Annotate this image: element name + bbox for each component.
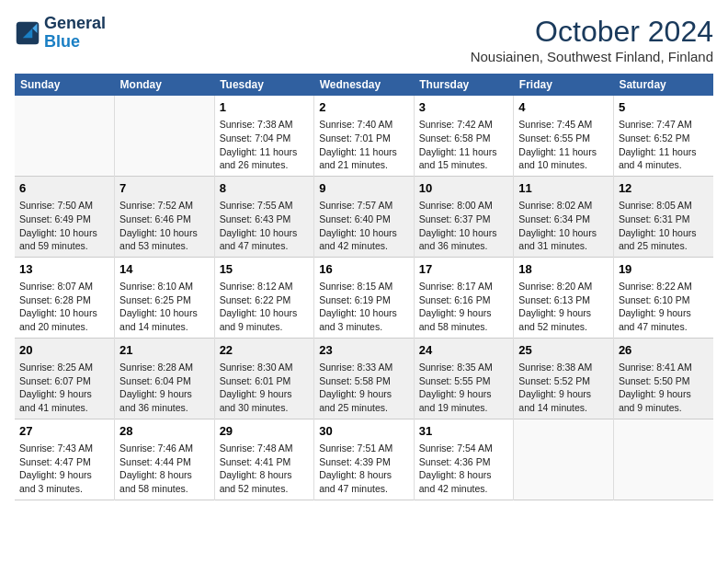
day-number: 4 xyxy=(518,99,609,116)
day-info: Sunrise: 8:28 AM Sunset: 6:04 PM Dayligh… xyxy=(119,361,210,415)
day-cell: 17Sunrise: 8:17 AM Sunset: 6:16 PM Dayli… xyxy=(414,257,514,338)
day-cell: 7Sunrise: 7:52 AM Sunset: 6:46 PM Daylig… xyxy=(115,176,215,257)
calendar-table: SundayMondayTuesdayWednesdayThursdayFrid… xyxy=(15,74,713,500)
header-row: SundayMondayTuesdayWednesdayThursdayFrid… xyxy=(15,74,713,96)
day-number: 19 xyxy=(619,261,709,278)
day-number: 2 xyxy=(319,99,409,116)
day-number: 23 xyxy=(319,342,409,359)
day-info: Sunrise: 8:00 AM Sunset: 6:37 PM Dayligh… xyxy=(419,199,509,253)
day-number: 15 xyxy=(220,261,310,278)
header-day-wednesday: Wednesday xyxy=(314,74,415,96)
day-number: 20 xyxy=(19,342,109,359)
day-cell: 18Sunrise: 8:20 AM Sunset: 6:13 PM Dayli… xyxy=(514,257,614,338)
day-number: 17 xyxy=(419,261,509,278)
day-number: 26 xyxy=(619,342,709,359)
day-info: Sunrise: 8:10 AM Sunset: 6:25 PM Dayligh… xyxy=(119,280,210,334)
day-number: 1 xyxy=(220,99,310,116)
day-cell xyxy=(514,419,614,500)
day-number: 11 xyxy=(518,180,609,197)
day-cell: 3Sunrise: 7:42 AM Sunset: 6:58 PM Daylig… xyxy=(414,96,514,176)
week-row-3: 13Sunrise: 8:07 AM Sunset: 6:28 PM Dayli… xyxy=(15,257,713,338)
day-cell: 27Sunrise: 7:43 AM Sunset: 4:47 PM Dayli… xyxy=(15,419,115,500)
day-number: 9 xyxy=(319,180,409,197)
title-block: October 2024 Nousiainen, Southwest Finla… xyxy=(471,15,713,64)
day-info: Sunrise: 8:17 AM Sunset: 6:16 PM Dayligh… xyxy=(419,280,509,334)
location-title: Nousiainen, Southwest Finland, Finland xyxy=(471,49,713,64)
week-row-1: 1Sunrise: 7:38 AM Sunset: 7:04 PM Daylig… xyxy=(15,96,713,176)
logo: General Blue xyxy=(15,15,106,52)
day-cell: 16Sunrise: 8:15 AM Sunset: 6:19 PM Dayli… xyxy=(314,257,415,338)
day-number: 7 xyxy=(119,180,210,197)
day-number: 28 xyxy=(119,423,210,440)
week-row-2: 6Sunrise: 7:50 AM Sunset: 6:49 PM Daylig… xyxy=(15,176,713,257)
day-number: 14 xyxy=(119,261,210,278)
header-day-monday: Monday xyxy=(115,74,215,96)
day-number: 18 xyxy=(518,261,609,278)
day-info: Sunrise: 7:40 AM Sunset: 7:01 PM Dayligh… xyxy=(319,118,409,172)
day-info: Sunrise: 8:33 AM Sunset: 5:58 PM Dayligh… xyxy=(319,361,409,415)
month-title: October 2024 xyxy=(471,15,713,49)
day-cell xyxy=(115,96,215,176)
day-cell: 5Sunrise: 7:47 AM Sunset: 6:52 PM Daylig… xyxy=(613,96,713,176)
day-cell: 9Sunrise: 7:57 AM Sunset: 6:40 PM Daylig… xyxy=(314,176,415,257)
day-number: 24 xyxy=(419,342,509,359)
week-row-4: 20Sunrise: 8:25 AM Sunset: 6:07 PM Dayli… xyxy=(15,338,713,419)
day-info: Sunrise: 7:38 AM Sunset: 7:04 PM Dayligh… xyxy=(220,118,310,172)
day-number: 10 xyxy=(419,180,509,197)
day-info: Sunrise: 8:20 AM Sunset: 6:13 PM Dayligh… xyxy=(518,280,609,334)
day-info: Sunrise: 8:35 AM Sunset: 5:55 PM Dayligh… xyxy=(419,361,509,415)
day-number: 30 xyxy=(319,423,409,440)
day-number: 29 xyxy=(220,423,310,440)
header-day-saturday: Saturday xyxy=(613,74,713,96)
day-cell: 11Sunrise: 8:02 AM Sunset: 6:34 PM Dayli… xyxy=(514,176,614,257)
day-info: Sunrise: 7:45 AM Sunset: 6:55 PM Dayligh… xyxy=(518,118,609,172)
day-number: 5 xyxy=(619,99,709,116)
day-info: Sunrise: 7:51 AM Sunset: 4:39 PM Dayligh… xyxy=(319,442,409,496)
day-cell: 20Sunrise: 8:25 AM Sunset: 6:07 PM Dayli… xyxy=(15,338,115,419)
day-number: 31 xyxy=(419,423,509,440)
logo-icon xyxy=(15,20,40,46)
day-info: Sunrise: 8:25 AM Sunset: 6:07 PM Dayligh… xyxy=(19,361,109,415)
day-number: 13 xyxy=(19,261,109,278)
day-cell: 2Sunrise: 7:40 AM Sunset: 7:01 PM Daylig… xyxy=(314,96,415,176)
day-info: Sunrise: 7:57 AM Sunset: 6:40 PM Dayligh… xyxy=(319,199,409,253)
day-info: Sunrise: 8:30 AM Sunset: 6:01 PM Dayligh… xyxy=(220,361,310,415)
day-info: Sunrise: 7:42 AM Sunset: 6:58 PM Dayligh… xyxy=(419,118,509,172)
day-info: Sunrise: 7:46 AM Sunset: 4:44 PM Dayligh… xyxy=(119,442,210,496)
day-info: Sunrise: 7:50 AM Sunset: 6:49 PM Dayligh… xyxy=(19,199,109,253)
day-cell: 12Sunrise: 8:05 AM Sunset: 6:31 PM Dayli… xyxy=(613,176,713,257)
day-info: Sunrise: 7:48 AM Sunset: 4:41 PM Dayligh… xyxy=(220,442,310,496)
day-cell: 26Sunrise: 8:41 AM Sunset: 5:50 PM Dayli… xyxy=(613,338,713,419)
week-row-5: 27Sunrise: 7:43 AM Sunset: 4:47 PM Dayli… xyxy=(15,419,713,500)
day-info: Sunrise: 8:05 AM Sunset: 6:31 PM Dayligh… xyxy=(619,199,709,253)
day-cell: 13Sunrise: 8:07 AM Sunset: 6:28 PM Dayli… xyxy=(15,257,115,338)
day-cell: 22Sunrise: 8:30 AM Sunset: 6:01 PM Dayli… xyxy=(214,338,314,419)
day-cell: 31Sunrise: 7:54 AM Sunset: 4:36 PM Dayli… xyxy=(414,419,514,500)
day-cell: 15Sunrise: 8:12 AM Sunset: 6:22 PM Dayli… xyxy=(214,257,314,338)
day-number: 6 xyxy=(19,180,109,197)
day-cell: 29Sunrise: 7:48 AM Sunset: 4:41 PM Dayli… xyxy=(214,419,314,500)
day-info: Sunrise: 8:22 AM Sunset: 6:10 PM Dayligh… xyxy=(619,280,709,334)
day-number: 25 xyxy=(518,342,609,359)
day-number: 3 xyxy=(419,99,509,116)
day-number: 8 xyxy=(220,180,310,197)
day-number: 22 xyxy=(220,342,310,359)
day-info: Sunrise: 7:47 AM Sunset: 6:52 PM Dayligh… xyxy=(619,118,709,172)
day-cell: 4Sunrise: 7:45 AM Sunset: 6:55 PM Daylig… xyxy=(514,96,614,176)
calendar-header: SundayMondayTuesdayWednesdayThursdayFrid… xyxy=(15,74,713,96)
day-info: Sunrise: 8:12 AM Sunset: 6:22 PM Dayligh… xyxy=(220,280,310,334)
day-info: Sunrise: 8:38 AM Sunset: 5:52 PM Dayligh… xyxy=(518,361,609,415)
day-cell: 23Sunrise: 8:33 AM Sunset: 5:58 PM Dayli… xyxy=(314,338,415,419)
page-header: General Blue October 2024 Nousiainen, So… xyxy=(15,15,713,64)
day-cell: 21Sunrise: 8:28 AM Sunset: 6:04 PM Dayli… xyxy=(115,338,215,419)
day-cell: 24Sunrise: 8:35 AM Sunset: 5:55 PM Dayli… xyxy=(414,338,514,419)
day-info: Sunrise: 8:41 AM Sunset: 5:50 PM Dayligh… xyxy=(619,361,709,415)
header-day-sunday: Sunday xyxy=(15,74,115,96)
day-number: 27 xyxy=(19,423,109,440)
day-number: 12 xyxy=(619,180,709,197)
calendar-body: 1Sunrise: 7:38 AM Sunset: 7:04 PM Daylig… xyxy=(15,96,713,500)
day-info: Sunrise: 7:55 AM Sunset: 6:43 PM Dayligh… xyxy=(220,199,310,253)
day-cell: 28Sunrise: 7:46 AM Sunset: 4:44 PM Dayli… xyxy=(115,419,215,500)
day-info: Sunrise: 7:52 AM Sunset: 6:46 PM Dayligh… xyxy=(119,199,210,253)
day-info: Sunrise: 7:43 AM Sunset: 4:47 PM Dayligh… xyxy=(19,442,109,496)
